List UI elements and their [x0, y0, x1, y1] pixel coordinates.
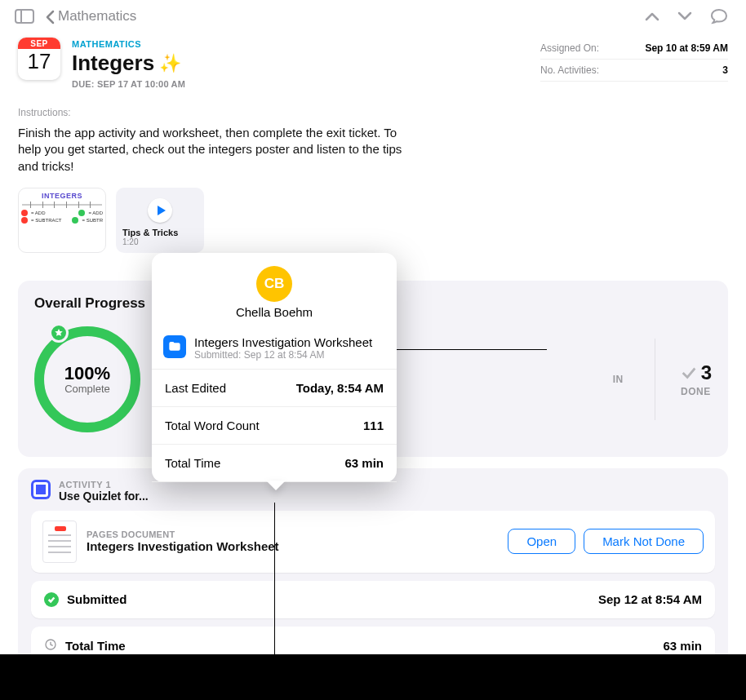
- activity-title: Use Quizlet for...: [59, 490, 149, 503]
- calendar-month: SEP: [18, 38, 60, 49]
- done-label: DONE: [681, 386, 711, 397]
- avatar: CB: [256, 266, 292, 302]
- svg-rect-0: [16, 10, 33, 23]
- divider: [655, 339, 655, 420]
- subject-label: MATHEMATICS: [72, 39, 185, 49]
- popover-last-edited: Last EditedToday, 8:54 AM: [152, 370, 397, 407]
- progress-complete-label: Complete: [64, 383, 110, 395]
- toolbar-left: Mathematics: [15, 8, 136, 24]
- title-block: MATHEMATICS Integers ✨ DUE: SEP 17 AT 10…: [72, 38, 185, 89]
- toolbar-right: [645, 8, 728, 24]
- poster-numberline: [22, 204, 102, 206]
- popover-time-value: 63 min: [344, 456, 384, 470]
- popover-file-row[interactable]: Integers Investigation Worksheet Submitt…: [152, 327, 397, 370]
- last-edited-label: Last Edited: [165, 381, 226, 395]
- media-duration: 1:20: [122, 237, 198, 246]
- submitted-value: Sep 12 at 8:54 AM: [598, 592, 702, 606]
- mark-not-done-button[interactable]: Mark Not Done: [584, 529, 704, 554]
- student-popover: CB Chella Boehm Integers Investigation W…: [152, 253, 397, 482]
- popover-word-count: Total Word Count111: [152, 407, 397, 445]
- play-icon[interactable]: [148, 198, 172, 223]
- popover-file-title: Integers Investigation Worksheet: [194, 335, 372, 349]
- min-block: IN: [613, 374, 624, 385]
- progress-ring: 100% Complete: [34, 326, 140, 432]
- document-meta: PAGES DOCUMENT Integers Investigation Wo…: [87, 529, 498, 553]
- callout-line: [392, 349, 547, 350]
- header-left: SEP 17 MATHEMATICS Integers ✨ DUE: SEP 1…: [18, 38, 185, 89]
- instructions-section: Instructions: Finish the app activity an…: [0, 89, 746, 175]
- activities-row: No. Activities: 3: [540, 60, 728, 82]
- document-type: PAGES DOCUMENT: [87, 529, 498, 539]
- student-name: Chella Boehm: [152, 305, 397, 319]
- media-title: Tips & Tricks: [122, 228, 198, 237]
- done-count: 3: [701, 361, 712, 384]
- assignment-title: Integers ✨: [72, 51, 185, 76]
- open-button[interactable]: Open: [508, 529, 575, 554]
- document-buttons: Open Mark Not Done: [508, 529, 704, 554]
- popover-file-subtitle: Submitted: Sep 12 at 8:54 AM: [194, 349, 372, 361]
- check-icon: [44, 592, 59, 607]
- submitted-label: Submitted: [67, 592, 127, 606]
- activity-header: ACTIVITY 1 Use Quizlet for...: [31, 480, 715, 511]
- word-count-value: 111: [363, 419, 384, 432]
- back-button[interactable]: Mathematics: [46, 8, 136, 24]
- word-count-label: Total Word Count: [165, 419, 260, 432]
- instructions-text: Finish the app activity and worksheet, t…: [18, 125, 410, 175]
- min-label: IN: [613, 374, 624, 385]
- folder-icon: [163, 335, 186, 358]
- sidebar-toggle-icon[interactable]: [15, 9, 34, 24]
- next-icon[interactable]: [677, 11, 692, 21]
- title-text: Integers: [72, 51, 154, 76]
- header-meta: Assigned On: Sep 10 at 8:59 AM No. Activ…: [540, 38, 728, 89]
- quizlet-icon: [31, 480, 51, 499]
- calendar-icon: SEP 17: [18, 38, 60, 80]
- document-card: PAGES DOCUMENT Integers Investigation Wo…: [31, 511, 715, 573]
- attachment-poster[interactable]: INTEGERS = ADD= ADD = SUBTRACT= SUBTR: [18, 188, 106, 253]
- submitted-row: Submitted Sep 12 at 8:54 AM: [31, 581, 715, 618]
- toolbar: Mathematics: [0, 0, 746, 29]
- sparkle-icon: ✨: [159, 53, 181, 74]
- poster-row: = SUBTRACT= SUBTR: [19, 217, 105, 224]
- document-name: Integers Investigation Worksheet: [87, 539, 498, 553]
- comment-icon[interactable]: [710, 8, 728, 24]
- popover-time-label: Total Time: [165, 456, 220, 470]
- assigned-on-value: Sep 10 at 8:59 AM: [645, 42, 728, 54]
- activities-label: No. Activities:: [540, 64, 599, 76]
- document-thumbnail-icon: [42, 521, 77, 563]
- prev-icon[interactable]: [645, 11, 659, 21]
- poster-title: INTEGERS: [19, 188, 105, 200]
- assigned-on-row: Assigned On: Sep 10 at 8:59 AM: [540, 38, 728, 60]
- assignment-header: SEP 17 MATHEMATICS Integers ✨ DUE: SEP 1…: [0, 29, 746, 89]
- attachment-audio[interactable]: Tips & Tricks 1:20: [116, 188, 204, 253]
- activities-value: 3: [722, 64, 728, 76]
- assigned-on-label: Assigned On:: [540, 42, 599, 54]
- instructions-label: Instructions:: [18, 107, 728, 118]
- total-time-label: Total Time: [65, 639, 126, 653]
- activity-label: ACTIVITY 1: [59, 480, 149, 490]
- last-edited-value: Today, 8:54 AM: [296, 381, 384, 395]
- popover-arrow-icon: [266, 481, 286, 490]
- popover-total-time: Total Time63 min: [152, 445, 397, 482]
- crop-mask: [0, 654, 746, 700]
- due-label: DUE: SEP 17 AT 10:00 AM: [72, 79, 185, 89]
- back-label: Mathematics: [58, 8, 136, 24]
- total-time-value: 63 min: [663, 639, 702, 653]
- activity-panel: ACTIVITY 1 Use Quizlet for... PAGES DOCU…: [18, 468, 728, 666]
- done-block: 3 DONE: [680, 361, 712, 397]
- clock-icon: [44, 638, 57, 654]
- poster-row: = ADD= ADD: [19, 210, 105, 217]
- calendar-day: 17: [18, 49, 60, 73]
- progress-percent: 100%: [64, 363, 110, 384]
